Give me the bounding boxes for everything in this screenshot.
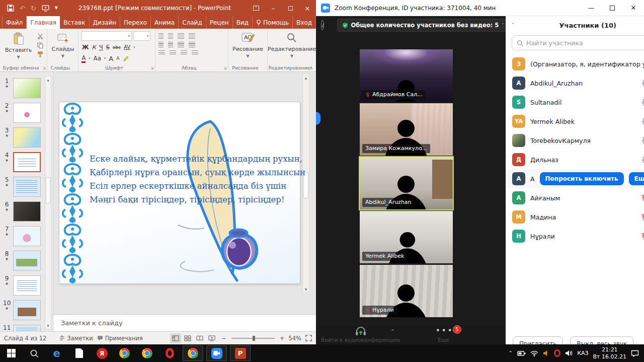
- change-case-button[interactable]: Аа: [94, 55, 101, 62]
- participant-row[interactable]: A Abdikul_Aruzhan: [506, 74, 644, 93]
- mic-on-icon[interactable]: [640, 98, 644, 106]
- new-slide-button[interactable]: Слайды▼: [49, 31, 76, 63]
- bold-button[interactable]: Ж: [82, 44, 89, 51]
- language-indicator[interactable]: КАЗ: [577, 350, 588, 356]
- sound-app-icon[interactable]: [543, 350, 549, 356]
- participant-row[interactable]: З (Организатор, я, идентификатор уч: [506, 54, 644, 74]
- participant-row[interactable]: YA Yermek Alibek: [506, 112, 644, 131]
- zoom-slider-thumb[interactable]: [253, 336, 255, 341]
- taskbar-chrome-button-2[interactable]: [136, 344, 158, 362]
- font-color-button[interactable]: А: [82, 54, 86, 63]
- fit-slide-button[interactable]: [305, 335, 312, 341]
- video-tile-2[interactable]: Замира Кожамкуло...: [360, 103, 453, 156]
- notes-pane[interactable]: Заметки к слайду: [53, 314, 316, 331]
- tab-design[interactable]: Дизайн: [90, 16, 121, 29]
- ppt-maximize-button[interactable]: [282, 0, 299, 16]
- panel-toggle-handle[interactable]: [316, 112, 320, 125]
- paste-button[interactable]: Вставить▼: [3, 31, 34, 63]
- participant-search-box[interactable]: [512, 35, 644, 50]
- participant-row[interactable]: M Мадина: [506, 207, 644, 227]
- save-icon[interactable]: [7, 5, 14, 12]
- ppt-minimize-button[interactable]: –: [265, 0, 282, 16]
- italic-button[interactable]: К: [92, 44, 96, 51]
- video-tile-5[interactable]: Нұрали: [360, 265, 453, 317]
- zoom-maximize-button[interactable]: [602, 0, 623, 16]
- mic-on-icon[interactable]: [640, 136, 644, 144]
- mic-on-icon[interactable]: [640, 79, 644, 87]
- taskbar-search-button[interactable]: [23, 344, 45, 362]
- zoom-in-button[interactable]: +: [280, 335, 285, 342]
- thumbnail-slide-11[interactable]: 11★: [3, 325, 43, 331]
- ribbon-display-options-button[interactable]: ⌃: [248, 0, 265, 16]
- scroll-down-icon[interactable]: ▼: [303, 285, 309, 293]
- mic-off-icon[interactable]: [640, 194, 644, 202]
- participant-row-hovered[interactable]: A А Попросить включить Еще >: [506, 169, 644, 188]
- text-direction-icon[interactable]: [189, 33, 195, 39]
- slide-sorter-view-button[interactable]: [182, 333, 193, 343]
- tab-home[interactable]: Главная: [27, 16, 60, 29]
- reading-view-button[interactable]: [194, 333, 205, 343]
- scroll-up-icon[interactable]: ▲: [303, 74, 309, 81]
- tab-view[interactable]: Вид: [233, 16, 253, 29]
- drawing-button[interactable]: АО Рисование▼: [230, 31, 265, 63]
- bullets-icon[interactable]: [158, 33, 164, 39]
- join-audio-label[interactable]: Войти в аудиоконференцию: [321, 337, 400, 343]
- cut-icon[interactable]: [36, 33, 44, 39]
- numbering-icon[interactable]: [168, 33, 173, 39]
- thumbnail-slide-9[interactable]: 9★: [3, 275, 43, 296]
- meeting-info-icon[interactable]: i: [321, 20, 324, 30]
- tab-help[interactable]: Помощь: [253, 16, 293, 29]
- thumbnail-slide-2[interactable]: 2★: [3, 103, 43, 123]
- participant-row[interactable]: TorebekovКармуля: [506, 131, 644, 150]
- participant-row[interactable]: S Sultanadil: [506, 93, 644, 112]
- justify-icon[interactable]: [192, 50, 198, 56]
- notes-toggle[interactable]: Заметки: [59, 335, 93, 342]
- video-tile-3-active-speaker[interactable]: Abdikul_Aruzhan: [360, 157, 453, 209]
- font-size-combo[interactable]: ▾: [133, 31, 150, 41]
- columns-icon[interactable]: [178, 42, 184, 47]
- mic-on-icon[interactable]: [640, 117, 644, 125]
- tab-insert[interactable]: Вставк: [60, 16, 90, 29]
- redo-icon[interactable]: ↻: [31, 5, 36, 12]
- font-name-combo[interactable]: ▾: [82, 31, 132, 41]
- join-audio-button[interactable]: [354, 326, 367, 337]
- highlight-button[interactable]: [122, 55, 130, 62]
- search-input[interactable]: [526, 39, 644, 47]
- volume-icon[interactable]: [565, 350, 573, 356]
- participants-count-dropdown[interactable]: Общее количество участников без видео: 5…: [337, 19, 509, 32]
- taskbar-edge-button[interactable]: e: [45, 344, 68, 362]
- participant-more-button[interactable]: Еще >: [629, 172, 644, 185]
- zoom-close-button[interactable]: ✕: [623, 0, 644, 16]
- collapse-ribbon-icon[interactable]: ∧: [309, 65, 313, 70]
- more-options-button[interactable]: •••: [436, 326, 454, 335]
- ppt-close-button[interactable]: ×: [299, 0, 316, 16]
- thumbnail-scrollbar[interactable]: ▲ ▼: [45, 76, 51, 329]
- thumb-scroll-down-icon[interactable]: ▼: [45, 322, 51, 329]
- taskbar-opera-button[interactable]: [158, 344, 181, 362]
- editing-button[interactable]: Редактирование▼: [266, 31, 318, 63]
- line-spacing-icon[interactable]: [178, 33, 184, 39]
- tab-review[interactable]: Рецен: [206, 16, 233, 29]
- paragraph-dialog-launcher[interactable]: ⇲: [223, 66, 227, 70]
- clear-formatting-button[interactable]: abc: [113, 45, 121, 50]
- video-tile-4[interactable]: Yermek Alibek: [360, 211, 453, 263]
- decrease-indent-icon[interactable]: [158, 42, 164, 47]
- copy-icon[interactable]: [36, 42, 44, 48]
- font-dialog-launcher[interactable]: ⇲: [150, 66, 154, 70]
- clipboard-dialog-launcher[interactable]: ⇲: [43, 66, 46, 70]
- participant-row[interactable]: A Айғаным: [506, 188, 644, 207]
- taskbar-zoom-button-active[interactable]: [206, 345, 227, 361]
- video-tile-1[interactable]: Абдраймов Сал...: [360, 49, 453, 102]
- grow-font-button[interactable]: А: [109, 55, 113, 62]
- slide-text-block[interactable]: Еске алайық, құрметтейік құрбандардың ру…: [90, 152, 305, 206]
- thumbnail-slide-4-selected[interactable]: 4★: [3, 152, 43, 172]
- thumbnail-slide-6[interactable]: 6★: [3, 201, 43, 222]
- zoom-minimize-button[interactable]: —: [581, 0, 602, 16]
- underline-button[interactable]: Ч: [99, 44, 103, 51]
- thumbnail-slide-10[interactable]: 10★: [3, 300, 43, 320]
- zoom-level[interactable]: 54%: [288, 335, 301, 342]
- ask-to-unmute-button[interactable]: Попросить включить: [540, 172, 624, 185]
- taskbar-clock[interactable]: 21:21 Вт 16.02.21: [593, 346, 626, 360]
- increase-indent-icon[interactable]: [168, 42, 173, 47]
- opera-tray-icon[interactable]: [554, 349, 560, 357]
